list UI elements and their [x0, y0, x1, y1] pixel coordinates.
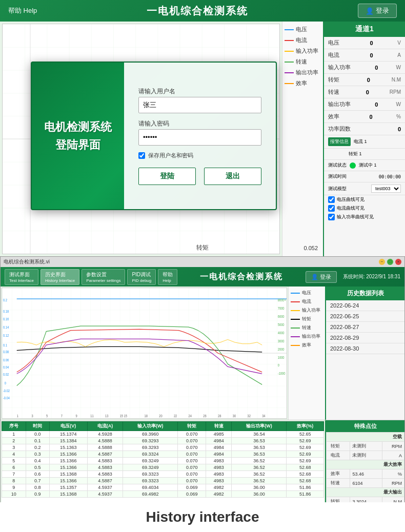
username-input[interactable]: [138, 97, 261, 113]
voltage-row: 电压 0 V: [324, 37, 405, 49]
history-interface-label: History interface: [146, 509, 259, 525]
svg-text:26: 26: [203, 415, 207, 418]
top-help-label: 帮助 Help: [8, 6, 37, 15]
tab-params[interactable]: 参数设置 Parameter settings: [82, 269, 125, 285]
titlebar-title: 电机综合检测系统.vi: [4, 258, 50, 265]
list-item[interactable]: 2022-06-24: [326, 300, 404, 311]
tab-history[interactable]: 历史界面 History Interface: [40, 269, 79, 285]
test-model-select[interactable]: test003: [371, 185, 401, 193]
bottom-legend-voltage: 电压: [291, 290, 323, 296]
torque-row: 转矩 0 N.M: [324, 74, 405, 86]
input-power-curve-checkbox-row: 输入功率曲线可见: [324, 213, 405, 221]
bottom-nav: 测试界面 Test Interface 历史界面 History Interfa…: [5, 269, 177, 285]
exit-button[interactable]: 退出: [204, 168, 261, 185]
test-time-row: 测试时间 00:00:00: [324, 171, 405, 182]
col-voltage: 电压(V): [50, 422, 88, 431]
history-list[interactable]: 2022-06-24 2022-06-25 2022-08-27 2022-08…: [326, 300, 404, 420]
list-item[interactable]: 2022-08-29: [326, 333, 404, 343]
col-efficiency: 效率(%): [287, 422, 324, 431]
svg-text:-0.04: -0.04: [3, 397, 10, 400]
svg-text:2000: 2000: [278, 347, 285, 351]
svg-text:32: 32: [247, 415, 251, 418]
test-model-row: 测试模型 test003: [324, 182, 405, 195]
svg-text:-0.02: -0.02: [3, 390, 10, 393]
col-seq: 序号: [2, 422, 26, 431]
top-header: 帮助 Help 一电机综合检测系统 👤 登录: [0, 0, 405, 22]
data-table: 序号 时间 电压(V) 电流(A) 输入功率(W) 转矩 转速 输出功率(W) …: [2, 421, 324, 498]
top-login-button[interactable]: 👤 登录: [358, 4, 397, 18]
table-row: 80.715.13664.588769.33230.070498336.5252…: [2, 478, 324, 484]
legend-voltage: 电压: [285, 26, 321, 33]
svg-text:34: 34: [262, 415, 266, 418]
close-button[interactable]: ×: [395, 259, 401, 265]
input-power-curve-checkbox[interactable]: [328, 214, 335, 220]
svg-text:7000: 7000: [278, 307, 285, 310]
remember-checkbox[interactable]: [138, 152, 145, 159]
legend-efficiency: 效率: [285, 79, 321, 87]
bottom-chart-container: 1 3 5 7 9 11 13 15 15 18 20 22 24 26 28 …: [2, 288, 287, 419]
list-item[interactable]: 2022-08-30: [326, 343, 404, 354]
table-row: 60.515.13664.588369.32490.070498336.5252…: [2, 464, 324, 471]
svg-text:0.1: 0.1: [3, 344, 8, 347]
login-right-panel: 请输入用户名 请输入密码 保存用户名和密码 登陆 退出: [124, 63, 276, 209]
login-dialog: 电机检测系统登陆界面 请输入用户名 请输入密码 保存用户名和密码 登陆 退出: [31, 62, 277, 210]
svg-text:1000: 1000: [278, 356, 285, 359]
col-time: 时间: [26, 422, 50, 431]
titlebar-controls: − □ ×: [379, 259, 401, 265]
top-section: 帮助 Help 一电机综合检测系统 👤 登录: [0, 0, 405, 256]
login-buttons: 登陆 退出: [138, 168, 261, 185]
table-row: 100.915.13684.593769.49820.069498236.005…: [2, 491, 324, 498]
password-label: 请输入密码: [138, 119, 261, 128]
input-power-row: 输入功率 0 W: [324, 62, 405, 74]
rpm-row: 转速 0 RPM: [324, 86, 405, 98]
tab-help[interactable]: 帮助 Help: [158, 269, 177, 285]
svg-text:20: 20: [159, 415, 163, 418]
bottom-user-icon: 👤: [311, 274, 318, 280]
list-item[interactable]: 2022-06-25: [326, 311, 404, 322]
svg-text:22: 22: [174, 415, 177, 418]
svg-text:28: 28: [218, 415, 221, 418]
legend-input-power: 输入功率: [285, 47, 321, 55]
password-input[interactable]: [138, 129, 261, 146]
svg-text:3: 3: [31, 415, 33, 418]
username-label: 请输入用户名: [138, 87, 261, 96]
output-power-row: 输出功率 0 W: [324, 98, 405, 111]
history-panel: 历史数据列表 2022-06-24 2022-06-25 2022-08-27 …: [325, 287, 404, 420]
bottom-header-right: 👤 登录 系统时间: 2022/9/1 18:31: [306, 271, 400, 283]
voltage-curve-checkbox[interactable]: [328, 196, 335, 203]
svg-text:8000+: 8000+: [278, 299, 287, 302]
bottom-upper: 1 3 5 7 9 11 13 15 15 18 20 22 24 26 28 …: [1, 287, 404, 420]
login-button[interactable]: 登陆: [138, 168, 196, 185]
bottom-legend-input-power: 输入功率: [291, 307, 323, 314]
remember-row: 保存用户名和密码: [138, 152, 261, 159]
remember-label: 保存用户名和密码: [148, 152, 193, 159]
bottom-titlebar: 电机综合检测系统.vi − □ ×: [1, 257, 404, 267]
history-list-title: 历史数据列表: [326, 287, 404, 300]
bottom-section: 电机综合检测系统.vi − □ × 测试界面 Test Interface 历史…: [0, 256, 405, 532]
list-item[interactable]: 2022-08-27: [326, 322, 404, 333]
svg-text:0.14: 0.14: [3, 326, 9, 329]
svg-text:3000: 3000: [278, 340, 285, 343]
svg-text:0.04: 0.04: [3, 365, 9, 369]
svg-text:0.2: 0.2: [3, 299, 8, 302]
legend-current: 电流: [285, 36, 321, 44]
current-curve-checkbox[interactable]: [328, 205, 335, 212]
svg-text:30: 30: [233, 415, 236, 418]
system-time: 系统时间: 2022/9/1 18:31: [343, 273, 400, 280]
svg-text:15 15: 15 15: [120, 415, 128, 418]
tab-pid[interactable]: PID调试 PID debug: [127, 269, 156, 285]
tab-test[interactable]: 测试界面 Test Interface: [5, 269, 38, 285]
col-torque: 转矩: [178, 422, 206, 431]
bottom-legend-efficiency: 效率: [291, 342, 323, 349]
bottom-legend-torque: 转矩: [291, 316, 323, 322]
bottom-login-button[interactable]: 👤 登录: [306, 271, 337, 283]
svg-text:0.16: 0.16: [3, 318, 9, 321]
svg-text:0.06: 0.06: [3, 359, 9, 362]
svg-text:4000: 4000: [278, 332, 285, 335]
bottom-legend-output-power: 输出功率: [291, 333, 323, 340]
maximize-button[interactable]: □: [387, 259, 393, 265]
svg-text:0.12: 0.12: [3, 334, 9, 337]
svg-text:0.08: 0.08: [3, 351, 9, 354]
minimize-button[interactable]: −: [379, 259, 385, 265]
channel-title: 通道1: [324, 22, 405, 37]
